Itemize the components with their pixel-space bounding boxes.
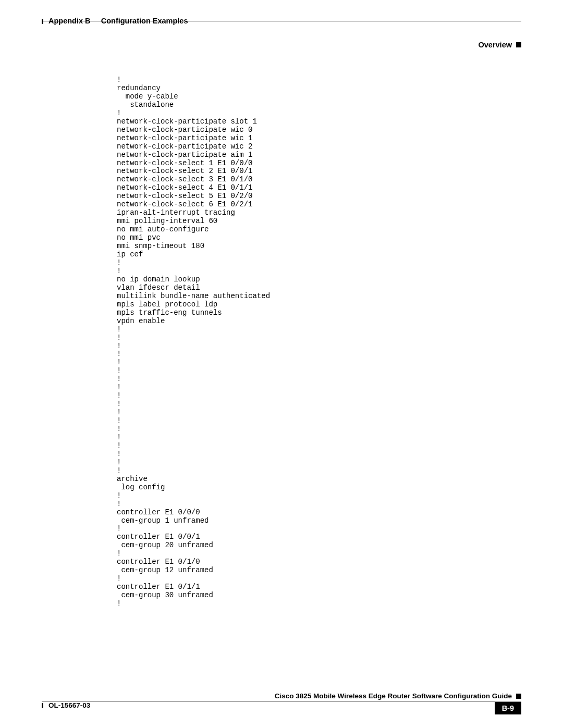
section-text: Overview — [479, 41, 512, 49]
footer-guide-title: Cisco 3825 Mobile Wireless Edge Router S… — [42, 692, 521, 700]
section-label: Overview — [42, 41, 521, 49]
running-header: Appendix B Configuration Examples — [42, 21, 521, 36]
guide-text: Cisco 3825 Mobile Wireless Edge Router S… — [275, 692, 512, 700]
appendix-title: Appendix B Configuration Examples — [48, 17, 188, 25]
configuration-code: ! redundancy mode y-cable standalone ! n… — [117, 76, 521, 608]
doc-reference: OL-15667-03 — [48, 701, 90, 709]
page-number: B-9 — [495, 702, 521, 714]
